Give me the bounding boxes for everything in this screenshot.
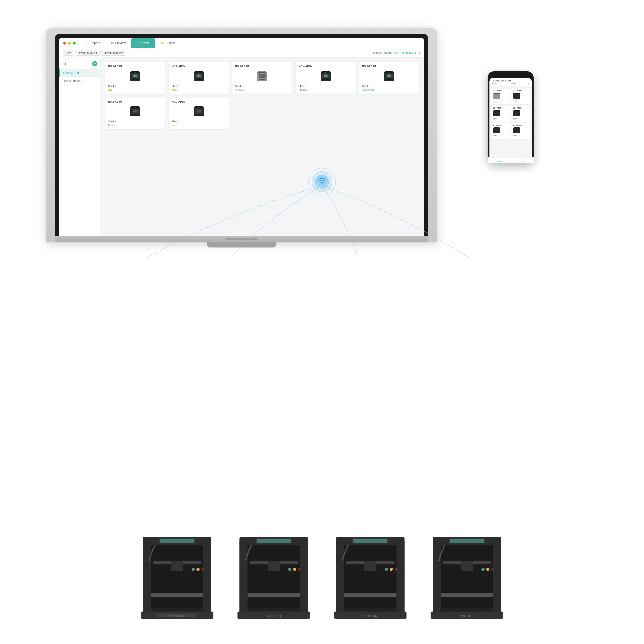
device-card-5[interactable]: NO.5-AD5M Shelf 1 Co xyxy=(359,62,419,94)
svg-point-32 xyxy=(135,107,136,108)
printer-thumbnail-1 xyxy=(128,69,142,83)
printer-3-svg: FLASHFORGE xyxy=(329,529,412,626)
svg-rect-3 xyxy=(132,79,138,80)
device-card-7-status: Pause xyxy=(172,124,226,126)
tab-device-label: Device xyxy=(141,41,150,45)
device-card-5-status: Completed xyxy=(362,88,416,91)
svg-rect-21 xyxy=(324,75,328,77)
svg-text:FLASHFORGE: FLASHFORGE xyxy=(169,615,185,617)
svg-rect-94 xyxy=(364,561,377,571)
svg-rect-76 xyxy=(257,539,291,543)
svg-rect-63 xyxy=(171,561,183,571)
device-card-3[interactable]: NO.3-AD5M Shelf 1 Off-Line xyxy=(232,62,292,94)
grid-toggle-icon[interactable]: ⊞ xyxy=(418,51,420,55)
sidebar-all-label: All xyxy=(63,62,66,66)
svg-rect-61 xyxy=(151,593,203,597)
svg-rect-57 xyxy=(203,541,211,614)
phone-printer-thumb-5 xyxy=(493,127,501,134)
svg-text:FLASHFORGE: FLASHFORGE xyxy=(265,615,282,617)
printer-4-svg: FLASHFORGE xyxy=(425,529,508,626)
phone-notch xyxy=(504,74,517,76)
phone-device-3-status: Idle xyxy=(493,119,509,120)
svg-rect-14 xyxy=(259,74,266,78)
sidebar-item-device-status[interactable]: Device status xyxy=(59,77,101,85)
svg-point-112 xyxy=(491,568,494,571)
phone-device-2-status: Idle xyxy=(513,102,529,103)
phone-device-4-status: Idle xyxy=(513,119,529,120)
all-filter-button[interactable]: All ▾ xyxy=(63,50,73,56)
svg-rect-41 xyxy=(494,93,500,94)
device-card-6[interactable]: NO.6-AD5M Shelf 1 Er xyxy=(105,98,165,129)
phone-device-card-3[interactable]: NO.3-AD5M Shelf 1 Idle xyxy=(491,106,510,122)
tab-device[interactable]: ⊡ Device xyxy=(131,38,155,48)
svg-rect-55 xyxy=(147,545,207,607)
phone-device-card-6[interactable]: NO.6-AD5M Shelf 1 Pause xyxy=(511,123,530,139)
svg-rect-13 xyxy=(258,71,266,73)
svg-rect-101 xyxy=(437,545,497,607)
svg-rect-88 xyxy=(397,541,405,614)
phone-screen: FLASHFORGE LAN Position Filter▾ ⊞ NO.1-A… xyxy=(489,78,532,161)
device-grid: NO.1-AD5M Shelf 1 Id xyxy=(105,62,419,129)
svg-rect-27 xyxy=(387,75,391,77)
device-nav-label: Device xyxy=(497,160,502,161)
traffic-lights xyxy=(63,42,76,45)
device-card-4[interactable]: NO.4-AD5M Shelf 1 Pr xyxy=(296,62,356,94)
device-card-7-shelf: Shelf 1 xyxy=(172,120,226,123)
sidebar-device-status-label: Device status xyxy=(63,79,80,83)
tab-preview[interactable]: ◫ Preview xyxy=(106,38,131,48)
printer-thumbnail-7 xyxy=(192,105,206,119)
minimize-button[interactable] xyxy=(68,42,71,45)
svg-rect-73 xyxy=(300,541,308,614)
svg-rect-87 xyxy=(336,541,344,614)
sidebar-add-button[interactable]: + xyxy=(92,61,97,66)
device-card-1[interactable]: NO.1-AD5M Shelf 1 Id xyxy=(105,62,165,94)
prepare-icon: ⊞ xyxy=(86,41,88,45)
local-area-network-link[interactable]: local area network xyxy=(394,51,416,55)
tab-prepare-label: Prepare xyxy=(89,41,100,45)
svg-point-26 xyxy=(389,72,390,73)
device-status-filter-button[interactable]: Device Status ▾ xyxy=(75,50,99,56)
svg-rect-42 xyxy=(513,93,520,99)
toolbar-left: All ▾ Device Status ▾ Device Model ▾ xyxy=(63,50,368,56)
svg-text:FLASHFORGE: FLASHFORGE xyxy=(459,615,475,617)
sidebar-item-device-list[interactable]: Device List xyxy=(59,69,101,77)
device-card-2-status: Busy xyxy=(172,88,226,91)
svg-point-64 xyxy=(192,568,195,571)
device-card-7[interactable]: NO.7-AD5M Shelf 1 Pa xyxy=(169,98,229,129)
maximize-button[interactable] xyxy=(73,42,76,45)
svg-point-38 xyxy=(198,107,199,108)
phone-device-3-name: NO.3-AD5M xyxy=(493,107,509,109)
phone-device-card-1[interactable]: NO.1-AD5M Commonly used Off-Line xyxy=(491,89,510,104)
device-model-filter-button[interactable]: Device Model ▾ xyxy=(101,50,125,56)
phone-device-5-name: NO.5-AD5M xyxy=(493,124,509,126)
svg-point-4 xyxy=(135,72,136,73)
device-model-label: Device Model ▾ xyxy=(104,51,123,55)
device-card-6-name: NO.6-AD5M xyxy=(108,100,162,103)
phone-app-header: FLASHFORGE LAN Position Filter▾ ⊞ xyxy=(489,78,532,87)
phone-grid-icon[interactable]: ⊞ xyxy=(528,83,529,85)
phone-device-card-4[interactable]: NO.4-AD5M Shelf 1 Idle xyxy=(511,106,530,122)
device-grid-area: NO.1-AD5M Shelf 1 Id xyxy=(101,57,424,236)
svg-point-10 xyxy=(198,72,199,73)
phone-nav-more[interactable]: ⋯ More xyxy=(520,159,524,161)
svg-rect-77 xyxy=(247,593,300,597)
phone-printer-thumb-6 xyxy=(513,127,521,134)
svg-rect-49 xyxy=(494,127,500,128)
phone-position-label[interactable]: Position xyxy=(492,83,497,85)
tab-prepare[interactable]: ⊞ Prepare xyxy=(80,38,106,48)
tab-project[interactable]: 📁 Project xyxy=(155,38,180,48)
svg-rect-33 xyxy=(133,110,137,112)
device-card-2-name: NO.2-AD5M xyxy=(172,65,226,68)
app-titlebar: ⊞ Prepare ◫ Preview ⊡ Device 📁 xyxy=(59,38,424,48)
phone-nav-device[interactable]: 🖨 Device xyxy=(497,159,502,161)
laptop-stand xyxy=(207,242,276,247)
printer-thumbnail-3 xyxy=(255,69,269,83)
svg-rect-103 xyxy=(493,541,501,614)
laptop-body: ⊞ Prepare ◫ Preview ⊡ Device 📁 xyxy=(46,28,437,242)
phone-filter-button[interactable]: Filter▾ xyxy=(511,83,515,85)
preview-icon: ◫ xyxy=(111,41,114,45)
close-button[interactable] xyxy=(63,42,66,45)
device-card-2[interactable]: NO.2-AD5M Shelf 1 Bu xyxy=(169,62,229,94)
phone-device-card-5[interactable]: NO.5-AD5M Shelf 1 Idle xyxy=(491,123,510,139)
phone-device-card-2[interactable]: NO.2-AD5M Shelf 1 Idle xyxy=(511,89,530,104)
